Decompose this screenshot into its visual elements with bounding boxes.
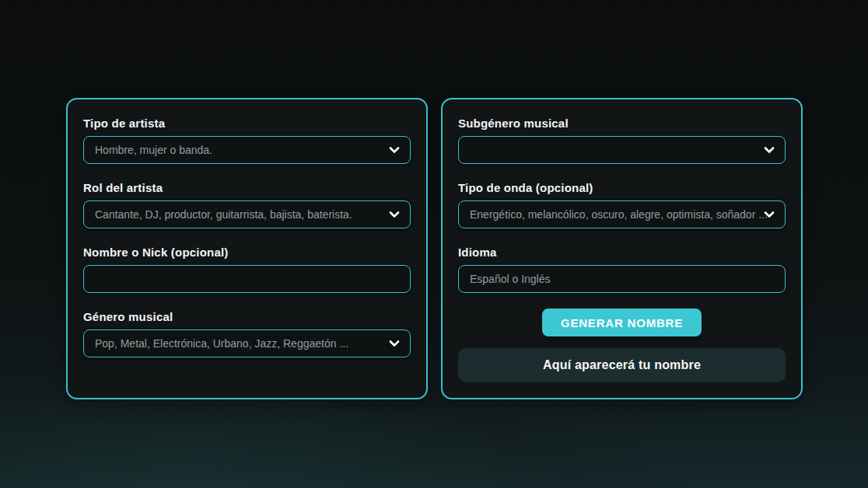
generated-name-result: Aquí aparecerá tu nombre bbox=[458, 348, 786, 382]
language-input[interactable] bbox=[459, 266, 785, 292]
name-nick-input[interactable] bbox=[84, 266, 410, 292]
vibe-select[interactable]: Energético, melancólico, oscuro, alegre,… bbox=[458, 200, 786, 228]
field-subgenre: Subgénero musical bbox=[458, 117, 786, 164]
chevron-down-icon bbox=[763, 208, 775, 221]
chevron-down-icon bbox=[763, 144, 775, 156]
language-label: Idioma bbox=[458, 246, 786, 259]
artist-role-select-value: Cantante, DJ, productor, guitarrista, ba… bbox=[84, 208, 410, 221]
chevron-down-icon bbox=[388, 208, 401, 221]
language-field-frame bbox=[458, 265, 786, 293]
artist-info-panel: Tipo de artista Hombre, mujer o banda. R… bbox=[66, 98, 428, 399]
field-language: Idioma bbox=[458, 246, 786, 293]
form-panels: Tipo de artista Hombre, mujer o banda. R… bbox=[66, 98, 803, 399]
vibe-select-value: Energético, melancólico, oscuro, alegre,… bbox=[459, 208, 785, 221]
name-nick-field-frame bbox=[83, 265, 411, 293]
field-artist-role: Rol del artista Cantante, DJ, productor,… bbox=[83, 181, 411, 228]
field-artist-type: Tipo de artista Hombre, mujer o banda. bbox=[83, 117, 411, 164]
genre-label: Género musical bbox=[83, 310, 411, 323]
generation-panel: Subgénero musical Tipo de onda (opcional… bbox=[441, 98, 803, 399]
artist-type-select-value: Hombre, mujer o banda. bbox=[84, 144, 410, 156]
artist-role-label: Rol del artista bbox=[83, 181, 411, 194]
genre-select-value: Pop, Metal, Electrónica, Urbano, Jazz, R… bbox=[84, 337, 410, 350]
subgenre-select[interactable] bbox=[458, 136, 786, 164]
artist-type-select[interactable]: Hombre, mujer o banda. bbox=[83, 136, 411, 164]
field-name-nick: Nombre o Nick (opcional) bbox=[83, 246, 411, 293]
generate-name-button[interactable]: GENERAR NOMBRE bbox=[542, 308, 702, 336]
name-nick-label: Nombre o Nick (opcional) bbox=[83, 246, 411, 259]
artist-type-label: Tipo de artista bbox=[83, 117, 411, 130]
chevron-down-icon bbox=[388, 144, 401, 156]
chevron-down-icon bbox=[388, 337, 401, 350]
vibe-label: Tipo de onda (opcional) bbox=[458, 181, 786, 194]
genre-select[interactable]: Pop, Metal, Electrónica, Urbano, Jazz, R… bbox=[83, 329, 411, 357]
field-genre: Género musical Pop, Metal, Electrónica, … bbox=[83, 310, 411, 357]
field-vibe: Tipo de onda (opcional) Energético, mela… bbox=[458, 181, 786, 228]
generate-button-row: GENERAR NOMBRE bbox=[458, 308, 786, 336]
artist-role-select[interactable]: Cantante, DJ, productor, guitarrista, ba… bbox=[83, 200, 411, 228]
subgenre-label: Subgénero musical bbox=[458, 117, 786, 130]
